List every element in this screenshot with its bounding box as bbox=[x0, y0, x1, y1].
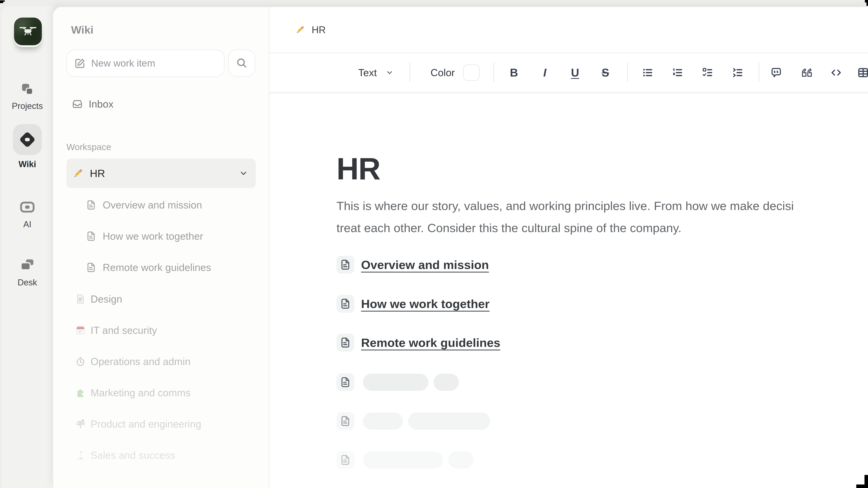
italic-button[interactable]: I bbox=[538, 53, 552, 92]
breadcrumb[interactable]: HR bbox=[270, 7, 868, 53]
sidebar-page-label: Overview and mission bbox=[103, 199, 202, 211]
sidebar-page-label: IT and security bbox=[91, 324, 157, 336]
doc-link-label: How we work together bbox=[361, 297, 490, 311]
todo-list-icon[interactable] bbox=[701, 53, 714, 92]
toolbar-separator bbox=[627, 63, 628, 82]
wiki-diamond-icon bbox=[18, 130, 37, 149]
pencil-emoji bbox=[294, 24, 305, 35]
sidebar-page-hr[interactable]: HR bbox=[66, 159, 256, 188]
screenshot-corner-artifact bbox=[3, 0, 5, 2]
doc-link-overview-and-mission[interactable]: Overview and mission bbox=[337, 256, 489, 274]
comment-icon[interactable] bbox=[769, 53, 783, 92]
app-rail: Projects Wiki AI Desk bbox=[2, 6, 53, 488]
mailbox-emoji bbox=[75, 419, 86, 429]
bold-button[interactable]: B bbox=[507, 53, 521, 92]
drone-logo-icon bbox=[19, 22, 37, 41]
document-icon bbox=[337, 451, 354, 469]
sidebar-page-sales-and-success[interactable]: Sales and success bbox=[53, 445, 269, 466]
blockquote-icon[interactable] bbox=[799, 53, 813, 92]
document-paragraph: This is where our story, values, and wor… bbox=[337, 195, 868, 239]
sidebar-page-label: Sales and success bbox=[91, 449, 175, 461]
sidebar-page-label: Remote work guidelines bbox=[103, 262, 211, 273]
text-style-label: Text bbox=[358, 67, 377, 78]
document-title: HR bbox=[337, 153, 380, 185]
sidebar-page-overview-and-mission[interactable]: Overview and mission bbox=[53, 194, 269, 216]
rail-item-label: Projects bbox=[12, 101, 43, 111]
code-block-icon[interactable] bbox=[829, 53, 843, 92]
chevron-down-icon[interactable] bbox=[239, 169, 248, 178]
page-emoji bbox=[75, 294, 86, 304]
main-panel: HR Text Color B I U S bbox=[270, 7, 868, 488]
chevron-down-icon[interactable] bbox=[384, 53, 396, 92]
wiki-sidebar: Wiki New work item Inbox Workspace HR Ov… bbox=[53, 7, 270, 488]
numbered-list-icon[interactable] bbox=[671, 53, 684, 92]
breadcrumb-label: HR bbox=[312, 24, 326, 35]
rail-item-ai[interactable]: AI bbox=[2, 199, 53, 229]
sidebar-page-label: Operations and admin bbox=[91, 356, 191, 367]
screenshot-corner-artifact bbox=[856, 485, 868, 488]
sidebar-page-label: Marketing and comms bbox=[91, 387, 191, 399]
doc-link-remote-work-guidelines[interactable]: Remote work guidelines bbox=[337, 334, 500, 352]
loading-doc-row bbox=[337, 412, 495, 430]
sidebar-page-how-we-work-together[interactable]: How we work together bbox=[53, 225, 269, 247]
sidebar-page-marketing-and-comms[interactable]: Marketing and comms bbox=[53, 382, 269, 403]
document-icon bbox=[86, 262, 96, 273]
toolbar-separator bbox=[758, 63, 759, 82]
ai-icon bbox=[19, 199, 35, 215]
screenshot-corner-artifact bbox=[865, 0, 868, 3]
color-menu[interactable]: Color bbox=[427, 53, 458, 92]
toolbar-shadow bbox=[270, 92, 868, 95]
skeleton-pills bbox=[363, 413, 495, 430]
document-icon bbox=[337, 256, 354, 274]
paragraph-line: This is where our story, values, and wor… bbox=[337, 195, 868, 217]
rail-item-label: Wiki bbox=[19, 159, 36, 169]
workspace-logo[interactable] bbox=[14, 18, 42, 45]
document-icon bbox=[337, 412, 354, 430]
inbox-label: Inbox bbox=[89, 98, 114, 110]
doc-link-how-we-work-together[interactable]: How we work together bbox=[337, 295, 490, 313]
rail-item-wiki[interactable]: Wiki bbox=[2, 124, 53, 169]
sidebar-page-remote-work-guidelines[interactable]: Remote work guidelines bbox=[53, 257, 269, 278]
puzzle-emoji bbox=[75, 387, 86, 398]
sidebar-page-design[interactable]: Design bbox=[53, 288, 269, 310]
inbox-icon bbox=[72, 99, 83, 109]
doc-link-label: Overview and mission bbox=[361, 258, 489, 272]
color-swatch[interactable] bbox=[463, 53, 480, 92]
screenshot-corner-artifact bbox=[0, 0, 3, 3]
rail-item-projects[interactable]: Projects bbox=[2, 82, 53, 111]
search-icon bbox=[236, 57, 248, 69]
sidebar-title: Wiki bbox=[71, 24, 94, 36]
document-icon bbox=[337, 334, 354, 352]
sidebar-page-it-and-security[interactable]: IT and security bbox=[53, 320, 269, 341]
color-label: Color bbox=[431, 67, 455, 78]
calendar-emoji bbox=[75, 325, 86, 336]
indent-list-icon[interactable] bbox=[731, 53, 744, 92]
underline-button[interactable]: U bbox=[568, 53, 582, 92]
rail-item-label: AI bbox=[23, 219, 31, 229]
pencil-emoji bbox=[72, 167, 84, 180]
document-icon bbox=[86, 200, 96, 210]
edit-icon bbox=[74, 58, 86, 69]
rail-item-desk[interactable]: Desk bbox=[2, 257, 53, 287]
app-window: Wiki New work item Inbox Workspace HR Ov… bbox=[53, 7, 868, 488]
new-work-item-button[interactable]: New work item bbox=[66, 50, 224, 77]
doc-link-label: Remote work guidelines bbox=[361, 336, 500, 350]
wiki-active-pill bbox=[13, 124, 42, 155]
toolbar-separator bbox=[493, 63, 494, 82]
skeleton-pills bbox=[363, 451, 478, 468]
search-button[interactable] bbox=[228, 50, 255, 77]
sidebar-page-label: Design bbox=[91, 293, 122, 305]
sidebar-page-product-and-engineering[interactable]: Product and engineering bbox=[53, 413, 269, 435]
document-icon bbox=[337, 295, 354, 313]
table-icon[interactable] bbox=[856, 53, 868, 92]
sidebar-page-operations-and-admin[interactable]: Operations and admin bbox=[53, 351, 269, 372]
document-icon bbox=[337, 373, 354, 391]
screenshot-corner-artifact bbox=[866, 3, 868, 6]
skeleton-pills bbox=[363, 373, 464, 391]
text-style-dropdown[interactable]: Text bbox=[351, 53, 384, 92]
strikethrough-button[interactable]: S bbox=[598, 53, 612, 92]
sidebar-item-inbox[interactable]: Inbox bbox=[66, 96, 114, 112]
editor-toolbar: Text Color B I U S bbox=[270, 53, 868, 92]
bullet-list-icon[interactable] bbox=[641, 53, 655, 92]
projects-icon bbox=[20, 82, 35, 97]
